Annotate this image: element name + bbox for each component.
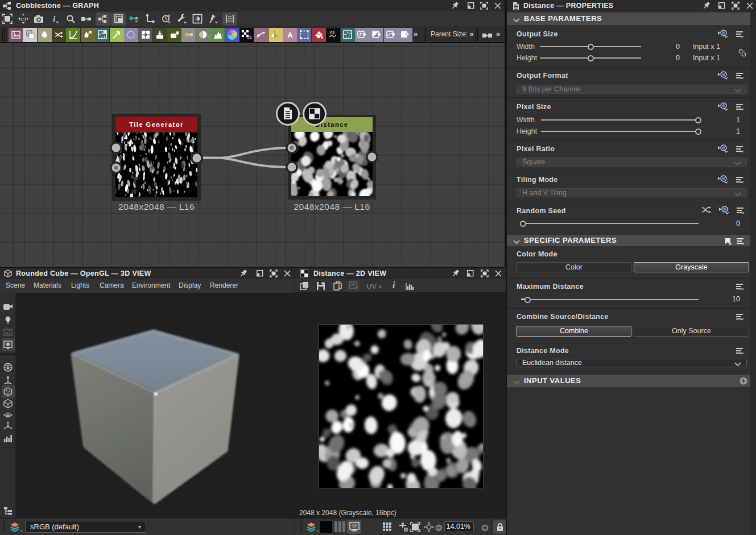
svg-text:01: 01 [247,35,252,40]
svg-text:i: i [52,14,55,23]
svg-text:01: 01 [330,30,335,35]
svg-text:1:1: 1:1 [20,16,26,22]
svg-text:A: A [287,31,293,39]
